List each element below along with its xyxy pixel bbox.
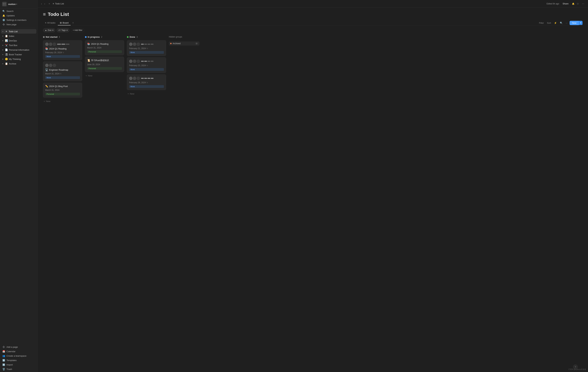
column-header-in-progress: In progress 2 bbox=[85, 35, 124, 39]
share-button[interactable]: Share bbox=[561, 2, 570, 6]
svg-rect-3 bbox=[4, 4, 6, 5]
repeat-icon-1: ↻ bbox=[63, 52, 64, 54]
card-done-2[interactable]: February 23, 2024 ↻ Work bbox=[127, 57, 166, 73]
page-title: Todo List bbox=[55, 2, 64, 5]
not-started-count: 3 bbox=[59, 36, 60, 38]
tab-all-tasks[interactable]: ≡ All tasks bbox=[43, 21, 57, 25]
card-done-3[interactable]: February 26, 2024 ↻ Work bbox=[127, 74, 166, 90]
calendar-icon: 📅 bbox=[2, 350, 5, 353]
in-progress-dot bbox=[85, 36, 87, 38]
new-main-button[interactable]: New bbox=[570, 21, 579, 25]
add-new-ns-icon: + bbox=[44, 100, 45, 103]
more-options-button[interactable]: ··· bbox=[581, 2, 585, 6]
progress-7 bbox=[141, 61, 154, 62]
card-2024-q1-blog-post[interactable]: ✏️ 2024 Q1 Blog Post March 31, 2024 Pers… bbox=[43, 83, 82, 98]
sidebar-item-devops[interactable]: ▶ 📊 DevOps bbox=[1, 38, 36, 43]
devops-icon: 📊 bbox=[5, 39, 8, 42]
archived-group[interactable]: Archived 0 bbox=[169, 42, 200, 45]
avatar-11 bbox=[133, 60, 136, 63]
card-engineer-roadmap[interactable]: 🖥️ Engineer Roadmap March 31, 2024 ↻ Wor… bbox=[43, 61, 82, 81]
svg-rect-0 bbox=[3, 3, 4, 4]
sidebar-bottom-section: ➕ Add a page 📅 Calendar 👥 Create a teams… bbox=[0, 344, 37, 372]
card-tag-8: Work bbox=[129, 85, 164, 88]
sidebar-item-book-tracker[interactable]: ▶ 📓 Book Tracker bbox=[1, 52, 36, 57]
card-emoji-2: 🖥️ bbox=[45, 68, 48, 71]
thinking-chevron: ▶ bbox=[2, 58, 4, 60]
templates-icon: ⬇️ bbox=[2, 359, 5, 361]
add-new-done[interactable]: + New bbox=[127, 91, 166, 96]
workspace-avatar bbox=[2, 2, 7, 7]
card-rust[interactable]: 📜 学习Rust基础知识 June 30, 2024 Personal bbox=[85, 57, 124, 72]
filter-button[interactable]: Filter bbox=[538, 21, 545, 25]
tag-icon: 🏷 bbox=[59, 29, 61, 31]
more-toolbar-button[interactable]: ··· bbox=[565, 21, 568, 25]
sidebar-create-teamspace[interactable]: 👥 Create a teamspace bbox=[1, 354, 36, 358]
thinking-icon: 🙂 bbox=[5, 58, 8, 60]
avatar-5 bbox=[49, 64, 52, 67]
add-filter-button[interactable]: + Add filter bbox=[71, 28, 84, 32]
main-content: ‹ › ＋ ≡ Todo List Edited 6h ago Share 🔔 … bbox=[38, 0, 588, 372]
lightning-button[interactable]: ⚡ bbox=[553, 21, 558, 25]
search-toolbar-button[interactable]: 🔍 bbox=[559, 21, 564, 25]
avatar-9 bbox=[136, 43, 140, 46]
card-title-4: 📚 2024 Q1 Reading bbox=[87, 43, 122, 45]
sidebar-updates[interactable]: 🔔 Updates bbox=[1, 13, 36, 18]
card-done-1[interactable]: February 21, 2024 ↻ Work bbox=[127, 40, 166, 56]
svg-rect-1 bbox=[4, 3, 6, 4]
nav-forward-button[interactable]: › bbox=[43, 2, 46, 6]
card-date-7: February 23, 2024 ↻ bbox=[129, 64, 164, 67]
tab-board[interactable]: ⊞ Board bbox=[58, 21, 71, 25]
sort-button[interactable]: Sort bbox=[546, 21, 552, 25]
prog-bar-7a bbox=[141, 61, 144, 62]
not-started-dot bbox=[43, 36, 45, 38]
add-new-ip-icon: + bbox=[86, 74, 87, 77]
workspace-header[interactable]: motion ▾ bbox=[0, 0, 37, 8]
add-new-in-progress[interactable]: + New bbox=[85, 73, 124, 78]
sidebar-new-page[interactable]: ➕ New page bbox=[1, 22, 36, 27]
tags-chevron-icon: ▾ bbox=[66, 29, 68, 31]
sidebar-item-todo-list[interactable]: ▶ ≡ Todo List bbox=[1, 29, 36, 34]
due-filter-button[interactable]: ▲ Due ▾ bbox=[43, 28, 55, 32]
nav-back-button[interactable]: ‹ bbox=[40, 2, 43, 6]
card-2024-q1-reading-ns[interactable]: 📚 2024 Q1 Reading February 29, 2024 ↻ Wo… bbox=[43, 40, 82, 60]
repeat-icon-8: ↻ bbox=[147, 82, 148, 84]
book-chevron: ▶ bbox=[2, 54, 4, 55]
avatar-8 bbox=[133, 43, 136, 46]
sidebar-settings[interactable]: ⚙️ Settings & members bbox=[1, 18, 36, 22]
sidebar-item-my-thinking[interactable]: ▶ 🙂 My Thinking bbox=[1, 57, 36, 61]
todo-chevron: ▶ bbox=[2, 31, 4, 32]
card-emoji-5: 📜 bbox=[87, 59, 90, 62]
avatar-12 bbox=[136, 60, 140, 63]
add-page-button[interactable]: ＋ bbox=[47, 2, 51, 6]
hidden-groups-title: Hidden groups bbox=[169, 35, 200, 39]
sidebar-import[interactable]: ⬆️ Import bbox=[1, 363, 36, 367]
tags-filter-button[interactable]: 🏷 Tags ▾ bbox=[57, 28, 69, 32]
card-tag-5: Personal bbox=[87, 67, 122, 70]
prog-bar-6d bbox=[151, 44, 154, 45]
svg-rect-2 bbox=[3, 4, 4, 5]
add-new-not-started[interactable]: + New bbox=[43, 99, 82, 104]
due-icon: ▲ bbox=[45, 29, 47, 31]
sidebar-item-personal-info[interactable]: ▶ 📄 Personal Information bbox=[1, 48, 36, 52]
avatar-10 bbox=[129, 60, 133, 63]
sidebar-divider-1 bbox=[2, 28, 35, 28]
reminder-icon[interactable]: 🔔 bbox=[572, 2, 575, 5]
archived-dot bbox=[170, 43, 172, 44]
prog-bar-8c bbox=[147, 78, 150, 79]
sidebar-item-tool-box[interactable]: ▶ ✂️ Tool Box bbox=[1, 43, 36, 47]
sidebar-templates[interactable]: ⬇️ Templates bbox=[1, 358, 36, 362]
sidebar-calendar[interactable]: 📅 Calendar bbox=[1, 349, 36, 354]
avatar-3 bbox=[53, 43, 56, 46]
sidebar-search[interactable]: 🔍 Search bbox=[1, 9, 36, 13]
avatar-15 bbox=[136, 77, 140, 80]
add-tab-button[interactable]: + bbox=[71, 21, 75, 25]
new-dropdown-button[interactable]: ▾ bbox=[579, 21, 583, 25]
hidden-groups-panel: Hidden groups Archived 0 bbox=[169, 35, 200, 45]
sidebar-item-archive[interactable]: ▶ 📋 Archive bbox=[1, 61, 36, 66]
page-header-icon: ≡ bbox=[43, 11, 46, 17]
card-2024-q1-reading-ip[interactable]: 📚 2024 Q1 Reading March 31, 2024 Persona… bbox=[85, 40, 124, 55]
sidebar-item-index[interactable]: ▶ 📋 Index bbox=[1, 34, 36, 38]
favorite-icon[interactable]: ☆ bbox=[577, 2, 579, 5]
sidebar-add-page[interactable]: ➕ Add a page bbox=[1, 345, 36, 349]
sidebar-trash[interactable]: 🗑️ Trash bbox=[1, 367, 36, 371]
